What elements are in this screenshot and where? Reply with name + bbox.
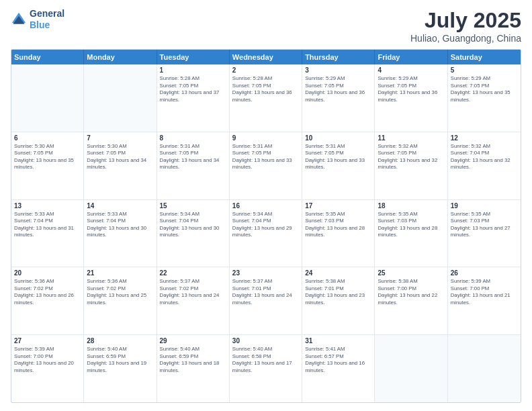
day-cell-20: 20Sunrise: 5:36 AMSunset: 7:02 PMDayligh…: [11, 267, 84, 334]
day-info: Sunrise: 5:40 AMSunset: 6:59 PMDaylight:…: [160, 346, 226, 374]
day-number: 29: [160, 337, 226, 345]
day-number: 7: [87, 134, 153, 142]
header-day-sunday: Sunday: [11, 50, 84, 64]
day-cell-8: 8Sunrise: 5:31 AMSunset: 7:05 PMDaylight…: [157, 132, 230, 199]
day-info: Sunrise: 5:38 AMSunset: 7:01 PMDaylight:…: [305, 278, 371, 306]
day-number: 30: [232, 337, 299, 345]
day-cell-1: 1Sunrise: 5:28 AMSunset: 7:05 PMDaylight…: [157, 64, 230, 132]
day-info: Sunrise: 5:41 AMSunset: 6:57 PMDaylight:…: [305, 346, 371, 374]
calendar: SundayMondayTuesdayWednesdayThursdayFrid…: [11, 49, 521, 403]
day-info: Sunrise: 5:36 AMSunset: 7:02 PMDaylight:…: [14, 278, 81, 306]
day-number: 6: [14, 134, 81, 142]
day-info: Sunrise: 5:40 AMSunset: 6:59 PMDaylight:…: [87, 346, 153, 374]
day-info: Sunrise: 5:36 AMSunset: 7:02 PMDaylight:…: [87, 278, 153, 306]
day-info: Sunrise: 5:32 AMSunset: 7:04 PMDaylight:…: [451, 143, 518, 171]
day-cell-17: 17Sunrise: 5:35 AMSunset: 7:03 PMDayligh…: [302, 200, 375, 267]
day-cell-13: 13Sunrise: 5:33 AMSunset: 7:04 PMDayligh…: [11, 200, 84, 267]
header-day-monday: Monday: [84, 50, 157, 64]
day-number: 13: [14, 202, 81, 210]
day-cell-19: 19Sunrise: 5:35 AMSunset: 7:03 PMDayligh…: [448, 200, 521, 267]
day-number: 18: [378, 202, 444, 210]
day-info: Sunrise: 5:39 AMSunset: 7:00 PMDaylight:…: [14, 346, 81, 374]
day-cell-28: 28Sunrise: 5:40 AMSunset: 6:59 PMDayligh…: [84, 335, 157, 402]
day-cell-27: 27Sunrise: 5:39 AMSunset: 7:00 PMDayligh…: [11, 335, 84, 402]
day-number: 24: [305, 269, 371, 277]
day-number: 1: [160, 66, 226, 74]
day-cell-10: 10Sunrise: 5:31 AMSunset: 7:05 PMDayligh…: [302, 132, 375, 199]
day-cell-26: 26Sunrise: 5:39 AMSunset: 7:00 PMDayligh…: [448, 267, 521, 334]
day-number: 3: [305, 66, 371, 74]
day-cell-21: 21Sunrise: 5:36 AMSunset: 7:02 PMDayligh…: [84, 267, 157, 334]
day-info: Sunrise: 5:37 AMSunset: 7:02 PMDaylight:…: [160, 278, 226, 306]
day-number: 9: [232, 134, 299, 142]
day-number: 27: [14, 337, 81, 345]
day-cell-14: 14Sunrise: 5:33 AMSunset: 7:04 PMDayligh…: [84, 200, 157, 267]
calendar-header: SundayMondayTuesdayWednesdayThursdayFrid…: [11, 50, 521, 64]
day-cell-11: 11Sunrise: 5:32 AMSunset: 7:05 PMDayligh…: [375, 132, 447, 199]
day-number: 17: [305, 202, 371, 210]
main-title: July 2025: [410, 8, 521, 33]
day-info: Sunrise: 5:28 AMSunset: 7:05 PMDaylight:…: [232, 75, 299, 103]
day-number: 5: [451, 66, 518, 74]
day-number: 28: [87, 337, 153, 345]
day-number: 23: [232, 269, 299, 277]
week-row-2: 6Sunrise: 5:30 AMSunset: 7:05 PMDaylight…: [11, 132, 521, 199]
day-info: Sunrise: 5:39 AMSunset: 7:00 PMDaylight:…: [451, 278, 518, 306]
day-info: Sunrise: 5:31 AMSunset: 7:05 PMDaylight:…: [305, 143, 371, 171]
day-info: Sunrise: 5:34 AMSunset: 7:04 PMDaylight:…: [160, 211, 226, 239]
day-cell-12: 12Sunrise: 5:32 AMSunset: 7:04 PMDayligh…: [448, 132, 521, 199]
day-number: 25: [378, 269, 444, 277]
empty-cell: [84, 64, 157, 132]
day-info: Sunrise: 5:30 AMSunset: 7:05 PMDaylight:…: [14, 143, 81, 171]
empty-cell: [375, 335, 447, 402]
day-cell-7: 7Sunrise: 5:30 AMSunset: 7:05 PMDaylight…: [84, 132, 157, 199]
day-info: Sunrise: 5:35 AMSunset: 7:03 PMDaylight:…: [451, 211, 518, 239]
day-cell-23: 23Sunrise: 5:37 AMSunset: 7:01 PMDayligh…: [230, 267, 302, 334]
day-number: 20: [14, 269, 81, 277]
day-info: Sunrise: 5:31 AMSunset: 7:05 PMDaylight:…: [160, 143, 226, 171]
header-day-thursday: Thursday: [302, 50, 375, 64]
week-row-4: 20Sunrise: 5:36 AMSunset: 7:02 PMDayligh…: [11, 267, 521, 334]
day-number: 12: [451, 134, 518, 142]
logo-line1: General: [30, 8, 64, 19]
logo: General Blue: [11, 8, 64, 31]
day-number: 8: [160, 134, 226, 142]
day-number: 15: [160, 202, 226, 210]
day-info: Sunrise: 5:30 AMSunset: 7:05 PMDaylight:…: [87, 143, 153, 171]
day-number: 14: [87, 202, 153, 210]
day-info: Sunrise: 5:35 AMSunset: 7:03 PMDaylight:…: [305, 211, 371, 239]
logo-text: General Blue: [30, 8, 64, 31]
day-info: Sunrise: 5:28 AMSunset: 7:05 PMDaylight:…: [160, 75, 226, 103]
header: General Blue July 2025 Huliao, Guangdong…: [11, 8, 521, 44]
day-cell-15: 15Sunrise: 5:34 AMSunset: 7:04 PMDayligh…: [157, 200, 230, 267]
day-info: Sunrise: 5:34 AMSunset: 7:04 PMDaylight:…: [232, 211, 299, 239]
day-cell-24: 24Sunrise: 5:38 AMSunset: 7:01 PMDayligh…: [302, 267, 375, 334]
day-info: Sunrise: 5:38 AMSunset: 7:00 PMDaylight:…: [378, 278, 444, 306]
calendar-body: 1Sunrise: 5:28 AMSunset: 7:05 PMDaylight…: [11, 64, 521, 402]
header-day-friday: Friday: [375, 50, 447, 64]
day-number: 21: [87, 269, 153, 277]
day-cell-4: 4Sunrise: 5:29 AMSunset: 7:05 PMDaylight…: [375, 64, 447, 132]
day-number: 16: [232, 202, 299, 210]
subtitle: Huliao, Guangdong, China: [410, 33, 521, 44]
day-info: Sunrise: 5:35 AMSunset: 7:03 PMDaylight:…: [378, 211, 444, 239]
day-cell-25: 25Sunrise: 5:38 AMSunset: 7:00 PMDayligh…: [375, 267, 447, 334]
day-number: 22: [160, 269, 226, 277]
empty-cell: [448, 335, 521, 402]
logo-icon: [11, 11, 27, 28]
day-cell-16: 16Sunrise: 5:34 AMSunset: 7:04 PMDayligh…: [230, 200, 302, 267]
title-section: July 2025 Huliao, Guangdong, China: [410, 8, 521, 44]
day-cell-29: 29Sunrise: 5:40 AMSunset: 6:59 PMDayligh…: [157, 335, 230, 402]
day-info: Sunrise: 5:31 AMSunset: 7:05 PMDaylight:…: [232, 143, 299, 171]
week-row-5: 27Sunrise: 5:39 AMSunset: 7:00 PMDayligh…: [11, 334, 521, 402]
day-info: Sunrise: 5:29 AMSunset: 7:05 PMDaylight:…: [378, 75, 444, 103]
day-number: 2: [232, 66, 299, 74]
day-cell-22: 22Sunrise: 5:37 AMSunset: 7:02 PMDayligh…: [157, 267, 230, 334]
day-info: Sunrise: 5:37 AMSunset: 7:01 PMDaylight:…: [232, 278, 299, 306]
logo-line2: Blue: [30, 19, 64, 31]
day-info: Sunrise: 5:29 AMSunset: 7:05 PMDaylight:…: [451, 75, 518, 103]
day-cell-6: 6Sunrise: 5:30 AMSunset: 7:05 PMDaylight…: [11, 132, 84, 199]
day-number: 31: [305, 337, 371, 345]
day-info: Sunrise: 5:32 AMSunset: 7:05 PMDaylight:…: [378, 143, 444, 171]
header-day-tuesday: Tuesday: [157, 50, 230, 64]
